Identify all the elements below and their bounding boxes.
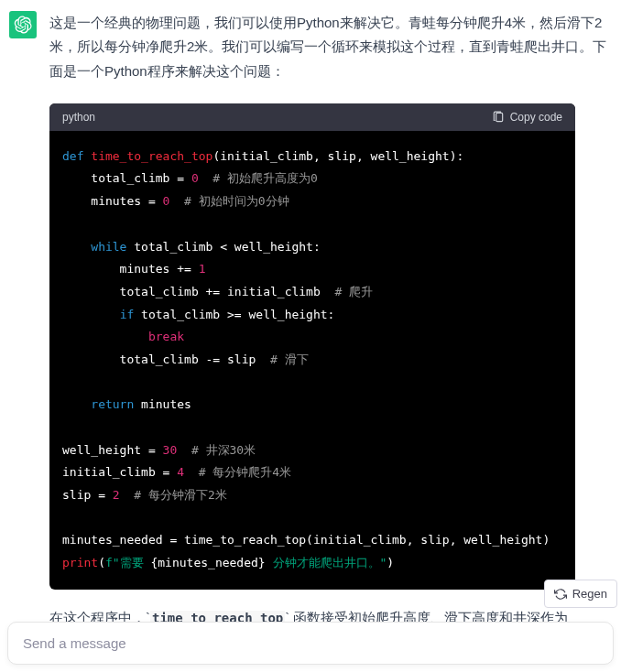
code-header: python Copy code: [49, 103, 575, 131]
intro-paragraph: 这是一个经典的物理问题，我们可以使用Python来解决它。青蛙每分钟爬升4米，然…: [49, 11, 612, 83]
assistant-avatar: [9, 11, 37, 38]
copy-code-button[interactable]: Copy code: [492, 111, 562, 124]
assistant-message-row: 这是一个经典的物理问题，我们可以使用Python来解决它。青蛙每分钟爬升4米，然…: [0, 0, 621, 96]
openai-icon: [14, 16, 32, 34]
regenerate-button[interactable]: Regen: [544, 580, 617, 608]
code-lang-label: python: [62, 111, 95, 124]
message-content: 这是一个经典的物理问题，我们可以使用Python来解决它。青蛙每分钟爬升4米，然…: [49, 11, 612, 96]
code-body[interactable]: def time_to_reach_top(initial_climb, sli…: [49, 131, 575, 590]
input-container: [7, 622, 614, 665]
code-block: python Copy code def time_to_reach_top(i…: [49, 103, 575, 590]
svg-rect-0: [496, 113, 502, 121]
clipboard-icon: [492, 111, 505, 124]
copy-label: Copy code: [510, 111, 562, 124]
message-input[interactable]: [7, 622, 614, 665]
refresh-icon: [554, 588, 567, 601]
